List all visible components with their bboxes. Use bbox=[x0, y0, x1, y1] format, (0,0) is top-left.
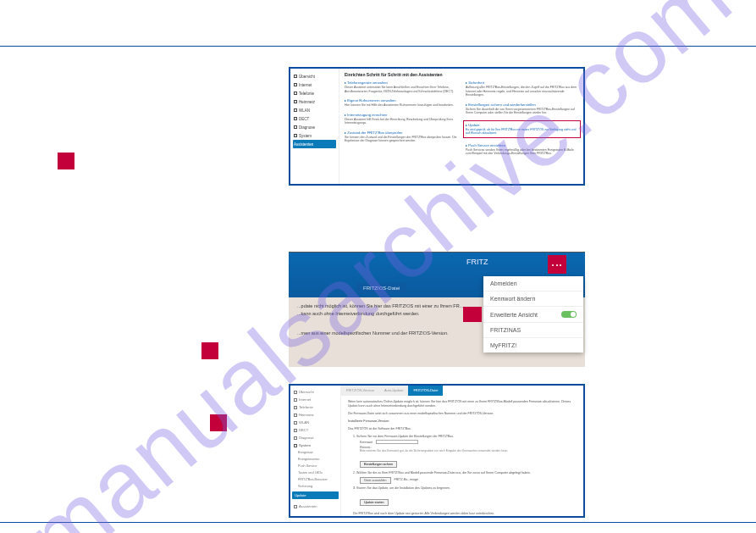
house-icon bbox=[294, 100, 297, 103]
wizard-title: Update bbox=[466, 123, 578, 127]
phone-icon bbox=[294, 92, 297, 95]
tab-fritzos-datei[interactable]: FRITZ!OS-Datei bbox=[408, 386, 443, 396]
sidebar-sub-tasten-leds[interactable]: Tasten und LEDs bbox=[292, 469, 339, 476]
sidebar-item-dect[interactable]: DECT bbox=[292, 426, 339, 434]
sidebar-sub-push-service[interactable]: Push Service bbox=[292, 463, 339, 469]
sidebar-item-internet[interactable]: Internet bbox=[293, 81, 336, 89]
house-icon bbox=[294, 414, 297, 417]
wifi-icon bbox=[294, 421, 297, 425]
sidebar-sub-fritzbox-benutzer[interactable]: FRITZ!Box-Benutzer bbox=[292, 476, 339, 483]
sidebar-item-diagnose[interactable]: Diagnose bbox=[293, 123, 336, 131]
wizard-push-service[interactable]: Push Service einrichtenPush Services sen… bbox=[466, 143, 578, 156]
sidebar-item-label: Assistenten bbox=[294, 142, 313, 147]
globe-icon bbox=[294, 398, 297, 402]
sidebar-item-heimnetz[interactable]: Heimnetz bbox=[293, 97, 336, 106]
sidebar-item-label: Übersicht bbox=[299, 75, 315, 79]
sidebar-item-uebersicht[interactable]: Übersicht bbox=[292, 388, 339, 396]
sidebar-item-label: DECT bbox=[299, 428, 308, 432]
sidebar-item-label: Heimnetz bbox=[299, 100, 315, 104]
file-choose-button[interactable]: Datei auswählen bbox=[360, 477, 391, 484]
sidebar-item-label: Assistenten bbox=[299, 504, 317, 508]
tab-fritzos-version[interactable]: FRITZ!OS-Version bbox=[341, 386, 379, 396]
kennwort-input[interactable] bbox=[376, 440, 418, 444]
fig1-main: Einrichten Schritt für Schritt mit den A… bbox=[339, 69, 583, 184]
wizard-update-highlighted[interactable]: UpdateEs wird geprüft, ob für Ihre FRITZ… bbox=[463, 120, 581, 138]
fig3-section-label: Das FRITZ!OS ist die Software der FRITZ!… bbox=[348, 427, 577, 431]
wizard-desc: Push Services senden Ihnen regelmäßig od… bbox=[466, 148, 578, 156]
sidebar-item-label: Energiemonitor bbox=[298, 458, 320, 461]
sidebar-sub-sicherung[interactable]: Sicherung bbox=[292, 483, 339, 490]
wizard-sicherheit[interactable]: SicherheitAuflistung aller FRITZ!Box-Ein… bbox=[466, 81, 578, 97]
sidebar-item-label: Telefonie bbox=[299, 92, 314, 96]
sidebar-item-assistenten[interactable]: Assistenten bbox=[293, 140, 336, 148]
fig3-step2: 2. Wählen Sie die zu Ihrer FRITZ!Box und… bbox=[353, 471, 577, 475]
sidebar-item-label: Internet bbox=[299, 397, 311, 402]
phone-icon bbox=[294, 406, 297, 409]
sidebar-item-label: Diagnose bbox=[299, 436, 314, 440]
sidebar-item-telefonie[interactable]: Telefonie bbox=[292, 403, 339, 411]
dect-icon bbox=[294, 429, 297, 432]
sidebar-item-diagnose[interactable]: Diagnose bbox=[292, 434, 339, 441]
menu-item-fritznas[interactable]: FRITZ!NAS bbox=[483, 323, 583, 338]
wizard-zustand[interactable]: Zustand der FRITZ!Box überprüfenSie könn… bbox=[345, 130, 457, 143]
tab-fritzos-datei[interactable]: FRITZ!OS-Datei bbox=[356, 283, 406, 293]
sidebar-sub-ereignisse[interactable]: Ereignisse bbox=[292, 449, 339, 456]
wizard-title: Internetzugang einrichten bbox=[345, 113, 457, 117]
menu-item-abmelden[interactable]: Abmelden bbox=[483, 276, 583, 291]
wizard-desc: Sichern Sie dauerhaft die von Ihnen vorg… bbox=[466, 108, 578, 115]
home-icon bbox=[294, 391, 297, 394]
menu-item-kennwort-aendern[interactable]: Kennwort ändern bbox=[483, 291, 583, 307]
kennwort-label: Kennwort bbox=[360, 441, 372, 444]
sidebar-sub-energiemonitor[interactable]: Energiemonitor bbox=[292, 456, 339, 463]
fig3-main: FRITZ!OS-Version Auto-Update FRITZ!OS-Da… bbox=[341, 386, 583, 516]
sidebar-sub-update-active[interactable]: Update bbox=[292, 491, 339, 499]
sidebar-item-dect[interactable]: DECT bbox=[293, 114, 336, 123]
wifi-icon bbox=[294, 108, 297, 112]
kebab-menu-highlight: ⋮ bbox=[548, 255, 566, 274]
wizard-rufnummern[interactable]: Eigene Rufnummern verwaltenHier können S… bbox=[345, 98, 457, 108]
step-marker-1 bbox=[58, 153, 74, 169]
heart-icon bbox=[294, 125, 297, 129]
step-marker-3 bbox=[210, 414, 227, 431]
sidebar-item-heimnetz[interactable]: Heimnetz bbox=[292, 411, 339, 419]
screenshot-wizard-overview: Übersicht Internet Telefonie Heimnetz WL… bbox=[289, 67, 585, 186]
wand-icon bbox=[294, 505, 297, 508]
wizard-title: Push Service einrichten bbox=[466, 143, 578, 147]
sidebar-item-assistenten[interactable]: Assistenten bbox=[292, 502, 339, 510]
sidebar-item-system[interactable]: System bbox=[293, 131, 336, 140]
kebab-menu-icon[interactable]: ⋮ bbox=[555, 259, 559, 270]
fig3-tab-row: FRITZ!OS-Version Auto-Update FRITZ!OS-Da… bbox=[341, 386, 583, 396]
file-choose-row: Datei auswählen FRITZ.Bo...image bbox=[360, 476, 577, 484]
menu-item-erweiterte-ansicht[interactable]: Erweiterte Ansicht bbox=[483, 307, 583, 323]
sidebar-item-uebersicht[interactable]: Übersicht bbox=[293, 72, 336, 81]
wizard-title: Zustand der FRITZ!Box überprüfen bbox=[345, 130, 457, 135]
tab-auto-update[interactable]: Auto-Update bbox=[379, 386, 408, 396]
sidebar-item-internet[interactable]: Internet bbox=[292, 396, 339, 403]
globe-icon bbox=[294, 83, 297, 86]
sidebar-item-telefonie[interactable]: Telefonie bbox=[293, 89, 336, 97]
sidebar-item-wlan[interactable]: WLAN bbox=[293, 106, 336, 114]
sidebar-item-label: DECT bbox=[299, 117, 309, 121]
sidebar-item-wlan[interactable]: WLAN bbox=[292, 419, 339, 426]
sidebar-item-label: Push Service bbox=[298, 464, 317, 468]
wizard-internetzugang[interactable]: Internetzugang einrichtenDieser Assisten… bbox=[345, 113, 457, 125]
wizard-title: Sicherheit bbox=[466, 81, 578, 85]
fig1-title: Einrichten Schritt für Schritt mit den A… bbox=[345, 72, 578, 77]
update-starten-button[interactable]: Update starten bbox=[360, 499, 389, 506]
wizard-telefoniegeraete[interactable]: Telefoniegeräte verwaltenDieser Assisten… bbox=[345, 81, 457, 93]
fig3-sidebar: Übersicht Internet Telefonie Heimnetz WL… bbox=[290, 386, 341, 516]
sidebar-item-label: Ereignisse bbox=[298, 451, 313, 454]
wizard-einstellungen-sichern[interactable]: Einstellungen sichern und wiederherstell… bbox=[466, 103, 578, 115]
menu-item-myfritz[interactable]: MyFRITZ! bbox=[483, 338, 583, 353]
fig3-intro2: Die Firmware-Datei setzt sich zusammen a… bbox=[348, 412, 577, 416]
sidebar-item-label: Telefonie bbox=[299, 405, 313, 409]
sidebar-item-system[interactable]: System bbox=[292, 441, 339, 449]
sidebar-item-label: Übersicht bbox=[299, 390, 314, 394]
einstellungen-sichern-button[interactable]: Einstellungen sichern bbox=[360, 461, 397, 468]
sidebar-item-label: FRITZ!Box-Benutzer bbox=[298, 478, 328, 481]
wizard-title: Eigene Rufnummern verwalten bbox=[345, 98, 457, 103]
fig3-step3: 3. Starten Sie das Update, um die Instal… bbox=[353, 486, 577, 490]
toggle-on-icon[interactable] bbox=[561, 311, 577, 318]
wizard-desc: Hier können Sie mit Hilfe des Assistente… bbox=[345, 103, 457, 108]
menu-item-label: MyFRITZ! bbox=[490, 342, 516, 348]
